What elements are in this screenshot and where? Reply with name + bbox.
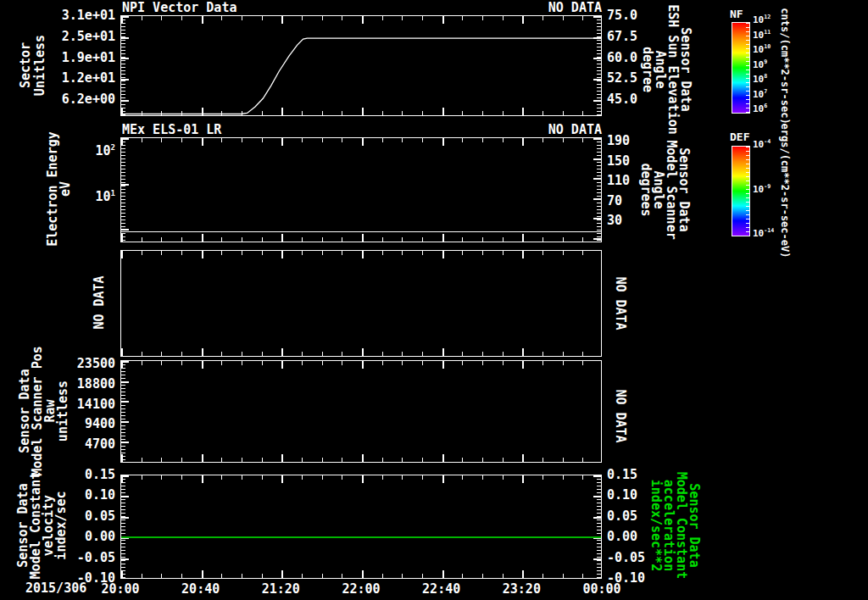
tick-label: 00:00 bbox=[582, 581, 620, 597]
panel2-right-ticks bbox=[593, 138, 601, 242]
panel5-left-axis-label: Sensor Data Model Constant velocity inde… bbox=[17, 472, 68, 579]
x-axis-date-label: 2015/306 bbox=[25, 581, 86, 595]
nf-colorbar bbox=[732, 22, 750, 114]
panel4-right-status: NO DATA bbox=[614, 389, 626, 442]
tick-label: 109 bbox=[753, 59, 800, 69]
tick-label: 20:40 bbox=[181, 581, 220, 597]
tick-label: 1010 bbox=[753, 45, 800, 54]
panel2-left-axis-label: Electron Energy eV bbox=[47, 131, 72, 246]
tick-label: 3.1e+01 bbox=[42, 9, 115, 22]
panel3-left-status: NO DATA bbox=[93, 275, 106, 329]
panel1-left-axis-label: Sector Unitless bbox=[19, 35, 47, 96]
panel1-title: NPI Vector Data bbox=[122, 1, 236, 14]
panel2-plot-area bbox=[120, 137, 602, 242]
panel2-left-ticks bbox=[121, 138, 129, 242]
panel4-plot-area bbox=[120, 360, 602, 463]
nf-colorbar-title: NF bbox=[730, 8, 743, 19]
nf-colorbar-ticks bbox=[746, 23, 749, 113]
def-colorbar-title: DEF bbox=[730, 131, 749, 142]
panel1-plot-area bbox=[120, 15, 602, 116]
tick-label: 10-14 bbox=[753, 229, 800, 238]
panel4-left-ticks bbox=[121, 361, 129, 462]
panel2-constant-trace bbox=[121, 231, 601, 232]
tick-label: 10-4 bbox=[753, 140, 800, 149]
panel3-top-ticks bbox=[121, 251, 601, 258]
panel2-status: NO DATA bbox=[548, 123, 602, 136]
panel3-bottom-ticks bbox=[121, 348, 601, 356]
tick-label: 22:40 bbox=[422, 581, 460, 597]
tick-label: 2.5e+01 bbox=[42, 30, 115, 42]
nf-colorbar-unit-label: cnts/(cm**2-sr-sec) bbox=[780, 8, 790, 124]
panel2-bottom-ticks bbox=[121, 234, 601, 242]
panel1-right-axis-label: Sensor Data ESH Sun Elevation Angle degr… bbox=[641, 4, 692, 135]
panel4-top-ticks bbox=[121, 361, 601, 369]
sun-elevation-curve bbox=[121, 16, 601, 115]
panel3-right-status: NO DATA bbox=[614, 276, 626, 330]
tick-label: 106 bbox=[753, 104, 800, 114]
tick-label: 107 bbox=[753, 89, 800, 98]
tick-label: 23:20 bbox=[503, 581, 541, 597]
panel1-status: NO DATA bbox=[548, 1, 602, 14]
tick-label: 1011 bbox=[753, 30, 800, 39]
panel5-top-ticks bbox=[121, 475, 601, 483]
panel2-right-axis-label: Sensor Data Model Scanner Angle degrees bbox=[639, 140, 690, 239]
tick-label: 6.2e+00 bbox=[42, 93, 115, 106]
def-colorbar bbox=[732, 146, 750, 236]
tick-label: 20:00 bbox=[101, 581, 139, 597]
def-colorbar-unit-label: ergs/(cm**2-sr-sec-eV) bbox=[780, 124, 790, 258]
panel4-left-axis-label: Sensor Data Model Scanner Pos Raw unitle… bbox=[19, 346, 70, 476]
tick-label: 22:00 bbox=[342, 581, 380, 597]
panel3-plot-area bbox=[120, 250, 602, 357]
tick-label: 1012 bbox=[753, 15, 800, 25]
def-colorbar-ticks bbox=[746, 147, 749, 236]
panel5-zero-line bbox=[121, 536, 601, 538]
tick-label: 1.2e+01 bbox=[42, 72, 115, 85]
plot-page: NPI Vector Data NO DATA 3.1e+012.5e+011.… bbox=[0, 0, 868, 600]
panel5-right-axis-label: Sensor Data Model Constant acceleration … bbox=[649, 472, 700, 579]
tick-label: 1.9e+01 bbox=[42, 51, 115, 64]
panel5-bottom-ticks bbox=[121, 570, 601, 578]
panel2-top-ticks bbox=[121, 138, 601, 146]
tick-label: 21:20 bbox=[262, 581, 300, 597]
panel5-right-ticks bbox=[593, 475, 601, 578]
tick-label: 10-9 bbox=[753, 184, 800, 193]
panel2-title: MEx ELS-01 LR bbox=[122, 123, 221, 136]
panel5-plot-area bbox=[120, 475, 602, 579]
panel5-left-ticks bbox=[121, 475, 129, 578]
tick-label: 108 bbox=[753, 75, 800, 84]
panel4-bottom-ticks bbox=[121, 454, 601, 462]
